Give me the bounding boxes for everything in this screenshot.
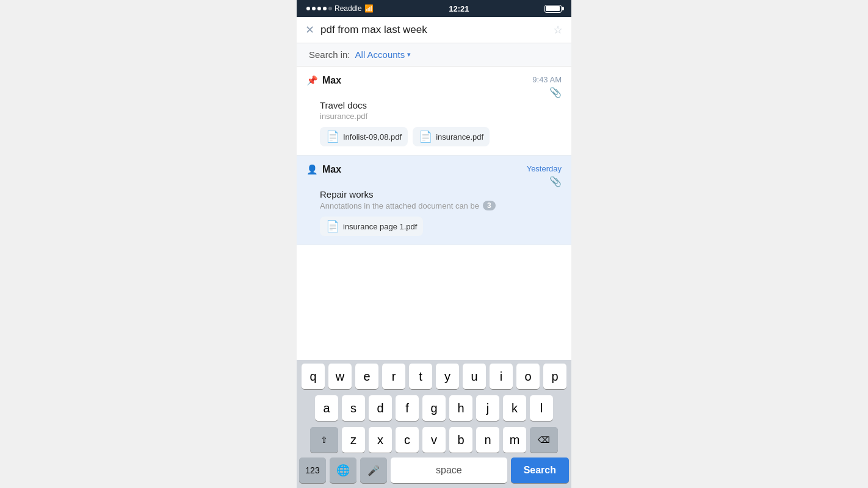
email-header-2: 👤 Max Yesterday 📎 — [306, 164, 562, 187]
key-a[interactable]: a — [315, 395, 338, 421]
email-subject-2: Repair works — [306, 189, 562, 199]
attachment-name-1b: insurance.pdf — [436, 132, 483, 142]
attachment-chip-1b[interactable]: 📄 insurance.pdf — [413, 127, 490, 146]
search-in-bar: Search in: All Accounts ▾ — [297, 43, 571, 66]
email-preview-1: insurance.pdf — [306, 112, 562, 121]
keyboard: q w e r t y u i o p a s d f g h j k l ⇧ … — [297, 360, 571, 488]
preview-text-2: Annotations in the attached document can… — [320, 201, 479, 210]
star-icon[interactable]: ☆ — [553, 23, 563, 37]
sender-name-2: Max — [322, 164, 341, 175]
chevron-down-icon: ▾ — [407, 51, 411, 59]
attachments-2: 📄 insurance page 1.pdf — [306, 217, 562, 236]
attachment-chip-2a[interactable]: 📄 insurance page 1.pdf — [320, 217, 423, 236]
shift-key[interactable]: ⇧ — [310, 427, 338, 453]
attachment-name-1a: Infolist-09,08.pdf — [343, 132, 402, 142]
key-y[interactable]: y — [436, 364, 459, 389]
search-input[interactable]: pdf from max last week — [320, 24, 547, 36]
email-meta-2: Yesterday 📎 — [527, 164, 562, 187]
globe-key[interactable]: 🌐 — [330, 458, 356, 483]
paperclip-icon-1: 📎 — [549, 87, 562, 98]
email-item-1[interactable]: 📌 Max 9:43 AM 📎 Travel docs insurance.pd… — [297, 66, 571, 156]
wifi-icon: 📶 — [364, 4, 374, 13]
keyboard-row-4: 123 🌐 🎤 space Search — [297, 455, 571, 488]
search-bar: ✕ pdf from max last week ☆ — [297, 17, 571, 43]
keyboard-row-1: q w e r t y u i o p — [297, 360, 571, 392]
status-left: Readdle 📶 — [306, 4, 374, 13]
space-key[interactable]: space — [391, 458, 507, 483]
key-g[interactable]: g — [422, 395, 446, 421]
search-button[interactable]: Search — [511, 458, 569, 483]
close-icon[interactable]: ✕ — [305, 23, 314, 37]
attachments-1: 📄 Infolist-09,08.pdf 📄 insurance.pdf — [306, 127, 562, 146]
status-bar: Readdle 📶 12:21 — [297, 0, 571, 17]
email-from-1: 📌 Max — [306, 75, 341, 86]
key-j[interactable]: j — [476, 395, 499, 421]
key-e[interactable]: e — [355, 364, 378, 389]
key-n[interactable]: n — [476, 427, 499, 453]
key-k[interactable]: k — [503, 395, 526, 421]
key-h[interactable]: h — [449, 395, 472, 421]
email-time-1: 9:43 AM — [532, 75, 562, 84]
key-l[interactable]: l — [530, 395, 553, 421]
key-v[interactable]: v — [422, 427, 446, 453]
battery-fill — [546, 6, 560, 11]
pin-icon: 📌 — [306, 75, 318, 86]
attachment-name-2a: insurance page 1.pdf — [343, 222, 417, 231]
key-w[interactable]: w — [328, 364, 352, 389]
attachment-chip-1a[interactable]: 📄 Infolist-09,08.pdf — [320, 127, 408, 146]
pdf-icon-2a: 📄 — [326, 220, 339, 233]
key-p[interactable]: p — [543, 364, 566, 389]
key-m[interactable]: m — [503, 427, 526, 453]
pdf-icon-1a: 📄 — [326, 130, 339, 143]
key-b[interactable]: b — [449, 427, 472, 453]
status-time: 12:21 — [449, 4, 469, 13]
email-item-2[interactable]: 👤 Max Yesterday 📎 Repair works Annotatio… — [297, 156, 571, 245]
keyboard-row-2: a s d f g h j k l — [297, 392, 571, 423]
key-x[interactable]: x — [369, 427, 392, 453]
key-o[interactable]: o — [516, 364, 540, 389]
status-right — [544, 5, 562, 13]
key-d[interactable]: d — [369, 395, 392, 421]
email-subject-1: Travel docs — [306, 100, 562, 110]
keyboard-row-3: ⇧ z x c v b n m ⌫ — [297, 423, 571, 455]
email-meta-1: 9:43 AM 📎 — [532, 75, 562, 98]
email-preview-2: Annotations in the attached document can… — [306, 201, 562, 210]
person-icon: 👤 — [306, 164, 318, 175]
email-list: 📌 Max 9:43 AM 📎 Travel docs insurance.pd… — [297, 66, 571, 245]
paperclip-icon-2: 📎 — [549, 176, 562, 187]
mic-key[interactable]: 🎤 — [360, 458, 387, 483]
signal-dots — [306, 7, 332, 10]
key-u[interactable]: u — [463, 364, 486, 389]
battery-icon — [544, 5, 562, 13]
phone-frame: Readdle 📶 12:21 ✕ pdf from max last week… — [297, 0, 571, 488]
email-from-2: 👤 Max — [306, 164, 341, 175]
key-c[interactable]: c — [396, 427, 419, 453]
count-badge-2: 3 — [483, 201, 496, 210]
numbers-key[interactable]: 123 — [299, 458, 326, 483]
sender-name-1: Max — [322, 75, 341, 86]
email-time-2: Yesterday — [527, 164, 562, 173]
backspace-key[interactable]: ⌫ — [530, 427, 558, 453]
key-f[interactable]: f — [396, 395, 419, 421]
search-in-label: Search in: — [309, 49, 350, 60]
key-s[interactable]: s — [342, 395, 365, 421]
accounts-selector[interactable]: All Accounts ▾ — [355, 49, 411, 60]
email-header-1: 📌 Max 9:43 AM 📎 — [306, 75, 562, 98]
key-q[interactable]: q — [302, 364, 325, 389]
key-t[interactable]: t — [409, 364, 432, 389]
key-i[interactable]: i — [490, 364, 513, 389]
carrier-label: Readdle — [335, 4, 362, 13]
pdf-icon-1b: 📄 — [419, 130, 432, 143]
key-z[interactable]: z — [342, 427, 365, 453]
all-accounts-label: All Accounts — [355, 49, 405, 60]
key-r[interactable]: r — [382, 364, 405, 389]
